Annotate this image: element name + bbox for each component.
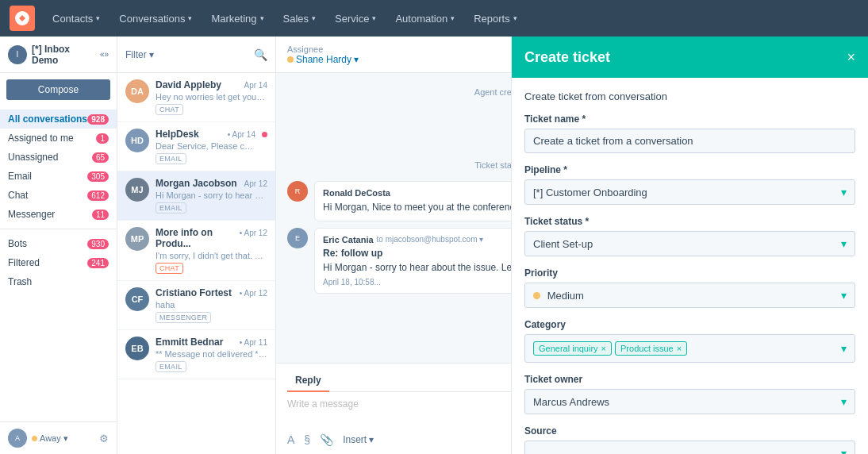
insert-button[interactable]: Insert ▾ [343, 434, 374, 445]
search-icon[interactable]: 🔍 [254, 48, 267, 61]
avatar: HD [125, 129, 149, 152]
chevron-down-icon: ▾ [841, 237, 847, 250]
attach-icon[interactable]: § [304, 433, 310, 446]
assignee-name[interactable]: Shane Hardy ▾ [287, 54, 359, 65]
create-ticket-modal: Create ticket × Create ticket from conve… [511, 37, 868, 454]
tag-remove-icon[interactable]: × [601, 344, 606, 353]
pipeline-group: Pipeline * [*] Customer Onboarding ▾ [524, 164, 855, 205]
nav-badge: 305 [87, 171, 109, 182]
source-group: Source ▾ [524, 425, 855, 454]
compose-button[interactable]: Compose [6, 79, 110, 100]
conv-preview: Hi Morgan - sorry to hear about th... [156, 190, 267, 200]
category-label: Category [524, 319, 855, 330]
ticket-status-select[interactable]: Client Set-up ▾ [524, 231, 855, 256]
nav-item-automation[interactable]: Automation▾ [387, 0, 463, 37]
source-select[interactable]: ▾ [524, 441, 855, 454]
tab-reply[interactable]: Reply [287, 371, 329, 392]
avatar: DA [125, 79, 149, 103]
avatar: E [287, 228, 308, 248]
chevron-down-icon: ▾ [841, 289, 847, 302]
category-select[interactable]: General inquiry × Product issue × ▾ [524, 334, 855, 363]
tag-remove-icon[interactable]: × [677, 344, 682, 353]
list-item[interactable]: EB Emmitt Bednar • Apr 11 ** Message not… [117, 330, 275, 379]
list-item[interactable]: DA David Appleby Apr 14 Hey no worries l… [117, 73, 275, 122]
conv-preview: ** Message not delivered ** Y... [156, 349, 267, 359]
sidebar-item-trash[interactable]: Trash [0, 272, 117, 291]
settings-icon[interactable]: ⚙ [99, 433, 109, 444]
conv-name: David Appleby [156, 79, 221, 90]
priority-label: Priority [524, 267, 855, 279]
ticket-status-group: Ticket status * Client Set-up ▾ [524, 216, 855, 256]
inbox-header[interactable]: I [*] Inbox Demo «» [0, 37, 117, 73]
text-format-icon[interactable]: A [287, 433, 294, 446]
modal-subtitle: Create ticket from conversation [524, 90, 855, 102]
conv-name: Cristiano Fortest [156, 287, 232, 298]
nav-badge: 65 [92, 152, 109, 163]
nav-item-conversations[interactable]: Conversations▾ [111, 0, 200, 37]
nav-logo[interactable] [10, 6, 35, 31]
conv-tag: CHAT [156, 263, 183, 274]
pipeline-select[interactable]: [*] Customer Onboarding ▾ [524, 179, 855, 205]
ticket-owner-label: Ticket owner [524, 374, 855, 385]
nav-item-marketing[interactable]: Marketing▾ [203, 0, 271, 37]
sidebar-item-filtered[interactable]: Filtered 241 [0, 253, 117, 272]
nav-item-service[interactable]: Service▾ [327, 0, 384, 37]
list-item[interactable]: MJ Morgan Jacobson Apr 12 Hi Morgan - so… [117, 171, 275, 221]
user-avatar: A [8, 429, 27, 448]
filter-button[interactable]: Filter ▾ [125, 49, 249, 60]
nav-label: Filtered [8, 257, 87, 268]
priority-select[interactable]: Medium ▾ [524, 283, 855, 308]
away-dot-icon [32, 436, 37, 441]
sidebar-item-messenger[interactable]: Messenger 11 [0, 205, 117, 224]
filter-label: Filter [125, 49, 147, 60]
modal-header: Create ticket × [512, 37, 868, 78]
chevron-down-icon: ▾ [841, 186, 847, 198]
sidebar-item-unassigned[interactable]: Unassigned 65 [0, 148, 117, 167]
nav-badge: 928 [87, 114, 109, 125]
avatar: R [287, 181, 308, 202]
nav-label: Unassigned [8, 152, 92, 163]
conv-date: • Apr 14 [228, 130, 255, 139]
ticket-owner-select[interactable]: Marcus Andrews ▾ [524, 389, 855, 414]
sidebar-item-email[interactable]: Email 305 [0, 167, 117, 186]
nav-label: Email [8, 171, 87, 182]
chevron-down-icon: ▾ [354, 54, 359, 65]
avatar: MJ [125, 178, 149, 202]
conv-preview: haha [156, 300, 267, 310]
avatar: CF [125, 287, 149, 311]
sidebar-item-assigned[interactable]: Assigned to me 1 [0, 129, 117, 148]
unread-indicator [262, 132, 267, 137]
modal-close-button[interactable]: × [847, 49, 855, 66]
list-item[interactable]: CF Cristiano Fortest • Apr 12 haha MESSE… [117, 281, 275, 330]
nav-item-sales[interactable]: Sales▾ [275, 0, 325, 37]
conv-name: More info on Produ... [156, 227, 240, 249]
sidebar-item-chat[interactable]: Chat 612 [0, 186, 117, 205]
sidebar-item-all-conversations[interactable]: All conversations 928 [0, 110, 117, 129]
conv-preview: Hey no worries let get you in cont... [156, 92, 267, 102]
away-status[interactable]: Away ▾ [32, 433, 68, 444]
paperclip-icon[interactable]: 📎 [320, 433, 333, 446]
inbox-title: [*] Inbox Demo [32, 44, 95, 66]
conv-date: Apr 12 [244, 179, 267, 188]
conv-name: HelpDesk [156, 129, 199, 140]
chevron-down-icon: ▾ [369, 434, 374, 445]
conv-name: Emmitt Bednar [156, 337, 223, 348]
nav-badge: 930 [87, 239, 109, 249]
avatar: I [8, 45, 27, 64]
conv-tag: MESSENGER [156, 312, 211, 323]
chevron-down-icon: ▾ [841, 447, 847, 454]
nav-badge: 612 [87, 190, 109, 201]
inbox-chevrons-icon: «» [100, 50, 109, 59]
nav-item-contacts[interactable]: Contacts▾ [44, 0, 108, 37]
sidebar-item-bots[interactable]: Bots 930 [0, 234, 117, 253]
ticket-name-input[interactable] [524, 129, 855, 153]
list-item[interactable]: HD HelpDesk • Apr 14 Dear Service, Pleas… [117, 122, 275, 171]
list-item[interactable]: MP More info on Produ... • Apr 12 I'm so… [117, 221, 275, 281]
nav-badge: 1 [96, 133, 109, 144]
modal-title: Create ticket [524, 49, 847, 66]
avatar: MP [125, 227, 149, 251]
conv-preview: Dear Service, Please change your... [156, 141, 255, 151]
nav-item-reports[interactable]: Reports▾ [466, 0, 525, 37]
nav-badge: 241 [87, 258, 109, 268]
conv-tag: EMAIL [156, 153, 186, 164]
